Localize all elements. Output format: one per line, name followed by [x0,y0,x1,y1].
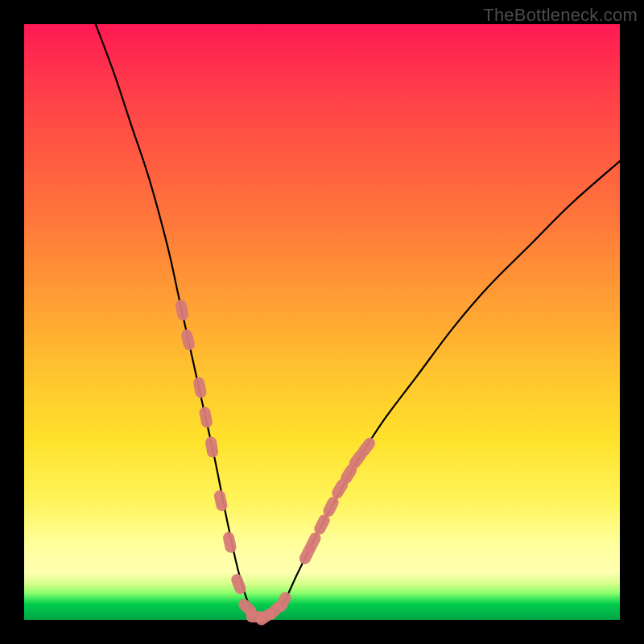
marker-pill [222,531,237,554]
marker-pill [213,489,229,512]
curve-group [96,24,620,620]
chart-svg [24,24,620,620]
marker-pill [175,299,190,321]
marker-pill [198,406,213,428]
chart-frame: TheBottleneck.com [0,0,644,644]
watermark-text: TheBottleneck.com [483,5,638,26]
marker-pill [180,328,196,352]
marker-pill [192,376,208,398]
markers-group [175,299,378,627]
plot-area [24,24,620,620]
marker-pill [204,436,219,458]
bottleneck-curve [96,24,620,620]
